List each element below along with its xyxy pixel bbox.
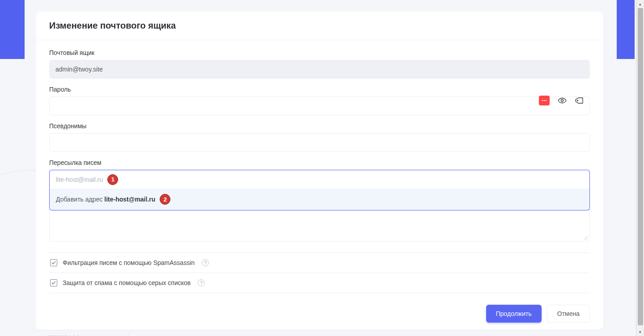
greylist-row: Защита от спама с помощью серых списков …: [49, 273, 590, 293]
mailbox-input: admin@twoy.site: [49, 60, 590, 79]
aliases-label: Псевдонимы: [49, 122, 590, 130]
mailbox-value: admin@twoy.site: [55, 66, 103, 73]
help-icon[interactable]: ?: [198, 279, 205, 286]
aliases-input[interactable]: [49, 133, 590, 152]
mailbox-label: Почтовый ящик: [49, 49, 590, 56]
svg-point-2: [546, 100, 547, 101]
forwarding-textarea[interactable]: [49, 210, 590, 242]
annotation-badge-2: 2: [160, 194, 170, 205]
spamassassin-row: Фильтрация писем с помощью SpamAssassin …: [49, 253, 590, 273]
scroll-up-button[interactable]: ▴: [636, 0, 644, 8]
forwarding-input[interactable]: lite-host@mail.ru 1: [49, 170, 590, 189]
forwarding-add-option[interactable]: Добавить адрес lite-host@mail.ru 2: [49, 189, 590, 210]
annotation-badge-1: 1: [107, 174, 118, 185]
greylist-checkbox[interactable]: [50, 279, 57, 286]
svg-point-4: [577, 100, 578, 101]
svg-point-0: [542, 100, 543, 101]
page-title: Изменение почтового ящика: [36, 12, 603, 40]
forwarding-label: Пересылка писем: [49, 159, 590, 166]
greylist-label: Защита от спама с помощью серых списков: [63, 279, 191, 286]
resize-handle-icon[interactable]: [584, 235, 588, 240]
forwarding-input-value: lite-host@mail.ru: [56, 176, 103, 183]
vertical-scrollbar[interactable]: ▴ ▾: [636, 0, 644, 336]
mailbox-group: Почтовый ящик admin@twoy.site: [49, 49, 590, 79]
forwarding-dropdown-prefix: Добавить адрес: [56, 196, 102, 203]
tag-icon[interactable]: [575, 97, 584, 104]
cancel-button[interactable]: Отмена: [547, 305, 590, 323]
spamassassin-label: Фильтрация писем с помощью SpamAssassin: [63, 259, 195, 266]
help-icon[interactable]: ?: [202, 259, 209, 266]
svg-point-1: [544, 100, 545, 101]
spamassassin-checkbox[interactable]: [50, 259, 57, 266]
forwarding-dropdown-value: lite-host@mail.ru: [104, 196, 155, 203]
aliases-group: Псевдонимы: [49, 122, 590, 152]
forwarding-group: Пересылка писем lite-host@mail.ru 1 Доба…: [49, 159, 590, 242]
options-list: Фильтрация писем с помощью SpamAssassin …: [49, 252, 590, 293]
svg-point-3: [561, 100, 564, 102]
edit-mailbox-card: Изменение почтового ящика Почтовый ящик …: [36, 12, 603, 330]
eye-icon[interactable]: [558, 97, 567, 104]
continue-button[interactable]: Продолжить: [486, 305, 542, 323]
password-input[interactable]: [49, 97, 590, 115]
password-group: Пароль: [49, 86, 590, 115]
password-dots-icon[interactable]: [539, 96, 550, 105]
password-label: Пароль: [49, 86, 590, 93]
scroll-track[interactable]: [636, 8, 644, 328]
scroll-thumb[interactable]: [638, 8, 643, 325]
scroll-down-button[interactable]: ▾: [636, 328, 644, 336]
action-bar: Продолжить Отмена: [36, 298, 603, 326]
